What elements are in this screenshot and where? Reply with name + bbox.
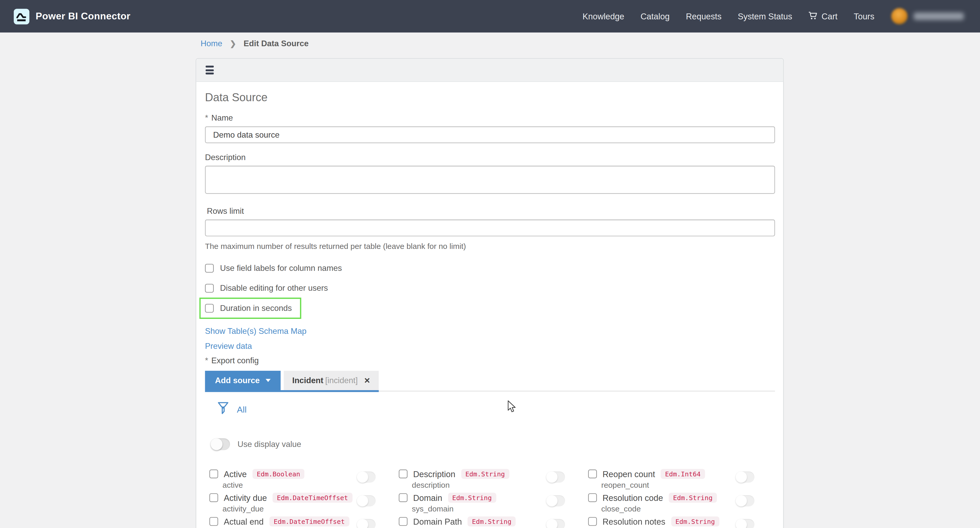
export-config-label: * Export config — [205, 356, 775, 365]
duration-in-seconds-checkbox[interactable] — [205, 304, 214, 313]
field-checkbox[interactable] — [399, 493, 407, 502]
field-toggle[interactable] — [546, 519, 565, 528]
breadcrumb-home-link[interactable]: Home — [200, 39, 222, 48]
page-content: Home ❯ Edit Data Source Data Source * Na… — [0, 32, 980, 528]
nav-item-cart[interactable]: Cart — [800, 11, 846, 21]
field-system-name: description — [412, 481, 588, 493]
user-display-name-redacted — [914, 13, 964, 20]
field-item-actual-end: Actual end Edm.DateTimeOffset work_end — [209, 516, 399, 528]
field-checkbox[interactable] — [209, 470, 218, 479]
close-tab-icon[interactable]: ✕ — [364, 376, 370, 385]
show-schema-map-link[interactable]: Show Table(s) Schema Map — [205, 326, 306, 336]
field-type-badge: Edm.String — [448, 493, 496, 503]
option-disable-editing: Disable editing for other users — [205, 283, 775, 292]
field-item-activity-due: Activity due Edm.DateTimeOffset activity… — [209, 493, 399, 516]
panel-body: Data Source * Name Description Rows limi… — [196, 82, 783, 528]
filter-funnel-icon[interactable] — [218, 402, 229, 418]
breadcrumb-current: Edit Data Source — [243, 39, 309, 48]
highlight-box-duration-in-seconds: Duration in seconds — [199, 298, 301, 319]
top-navbar: Power BI Connector Knowledge Catalog Req… — [0, 0, 980, 32]
nav-item-tours[interactable]: Tours — [846, 12, 883, 21]
option-label: Duration in seconds — [220, 303, 292, 313]
required-marker: * — [205, 113, 208, 122]
chevron-right-icon: ❯ — [230, 39, 236, 48]
breadcrumb: Home ❯ Edit Data Source — [200, 32, 980, 48]
cart-icon — [808, 11, 818, 21]
description-label: Description — [205, 153, 775, 162]
use-field-labels-checkbox[interactable] — [205, 263, 214, 273]
field-checkbox[interactable] — [588, 517, 597, 526]
preview-data-link[interactable]: Preview data — [205, 341, 252, 351]
option-duration-in-seconds: Duration in seconds — [205, 303, 292, 313]
field-toggle[interactable] — [357, 519, 376, 528]
nav-item-catalog[interactable]: Catalog — [632, 12, 678, 21]
field-item-reopen-count: Reopen count Edm.Int64 reopen_count — [588, 469, 778, 493]
field-checkbox[interactable] — [399, 470, 407, 479]
field-checkbox[interactable] — [588, 493, 597, 502]
nav-item-knowledge[interactable]: Knowledge — [574, 12, 632, 21]
field-type-badge: Edm.String — [461, 469, 509, 479]
disable-editing-checkbox[interactable] — [205, 284, 214, 292]
field-item-active: Active Edm.Boolean active — [209, 469, 399, 493]
field-type-badge: Edm.Boolean — [253, 469, 305, 479]
field-item-resolution-notes: Resolution notes Edm.String close_notes — [588, 516, 778, 528]
field-toggle[interactable] — [357, 471, 376, 483]
field-toggle[interactable] — [357, 495, 376, 507]
edit-data-source-panel: Data Source * Name Description Rows limi… — [196, 58, 784, 528]
description-textarea[interactable] — [205, 166, 775, 194]
option-label: Disable editing for other users — [220, 283, 328, 292]
field-system-name: sys_domain — [412, 504, 588, 516]
field-item-description: Description Edm.String description — [399, 469, 588, 493]
field-system-name: close_code — [601, 504, 778, 516]
field-system-name: active — [223, 481, 399, 493]
app-logo-icon — [14, 8, 29, 24]
use-display-value-row: Use display value — [211, 439, 775, 450]
field-toggle[interactable] — [546, 471, 565, 483]
filter-all-link[interactable]: All — [237, 405, 247, 415]
rows-limit-label: Rows limit — [207, 206, 775, 215]
field-type-badge: Edm.String — [669, 493, 717, 503]
field-system-name: activity_due — [223, 504, 399, 516]
nav-item-system-status[interactable]: System Status — [730, 12, 800, 21]
field-system-name: reopen_count — [601, 481, 778, 493]
field-item-resolution-code: Resolution code Edm.String close_code — [588, 493, 778, 516]
nav-menu: Knowledge Catalog Requests System Status… — [574, 8, 966, 24]
mouse-cursor — [508, 400, 517, 416]
field-type-badge: Edm.String — [468, 516, 516, 526]
field-type-badge: Edm.Int64 — [661, 469, 705, 479]
fields-grid: Active Edm.Boolean active Description Ed… — [209, 469, 775, 528]
field-toggle[interactable] — [546, 495, 565, 507]
panel-header — [196, 59, 783, 82]
name-label: * Name — [205, 113, 775, 122]
field-checkbox[interactable] — [209, 493, 218, 502]
app-title: Power BI Connector — [36, 11, 130, 22]
field-toggle[interactable] — [736, 519, 754, 528]
use-display-value-toggle[interactable] — [211, 439, 230, 450]
hamburger-menu-icon[interactable] — [206, 65, 214, 74]
field-item-domain: Domain Edm.String sys_domain — [399, 493, 588, 516]
filter-row: All — [218, 402, 775, 418]
option-use-field-labels: Use field labels for column names — [205, 263, 775, 273]
source-tabs-row: Add source Incident [incident] ✕ — [205, 371, 775, 392]
field-toggle[interactable] — [736, 495, 754, 507]
field-type-badge: Edm.DateTimeOffset — [269, 516, 349, 526]
tab-incident[interactable]: Incident [incident] ✕ — [283, 371, 379, 390]
add-source-button[interactable]: Add source — [205, 371, 280, 390]
field-checkbox[interactable] — [399, 517, 407, 526]
rows-limit-help: The maximum number of results returned p… — [205, 242, 775, 251]
field-toggle[interactable] — [736, 471, 754, 483]
use-display-value-label: Use display value — [237, 439, 301, 449]
option-label: Use field labels for column names — [220, 263, 342, 273]
brand[interactable]: Power BI Connector — [14, 8, 130, 24]
user-avatar[interactable] — [891, 8, 907, 24]
nav-item-requests[interactable]: Requests — [678, 12, 730, 21]
rows-limit-input[interactable] — [205, 220, 775, 236]
field-checkbox[interactable] — [588, 470, 597, 479]
field-checkbox[interactable] — [209, 517, 218, 526]
field-type-badge: Edm.String — [671, 516, 719, 526]
field-item-domain-path: Domain Path Edm.String sys_domain_path — [399, 516, 588, 528]
name-input[interactable] — [205, 126, 775, 143]
caret-down-icon — [265, 379, 270, 382]
form-title: Data Source — [205, 91, 775, 105]
field-type-badge: Edm.DateTimeOffset — [272, 493, 352, 503]
